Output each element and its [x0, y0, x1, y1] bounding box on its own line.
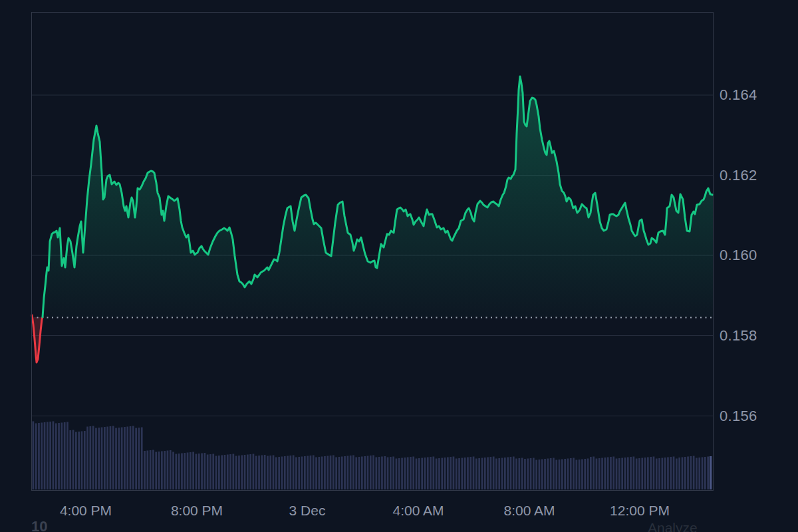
volume-bar	[204, 453, 206, 489]
volume-bar	[593, 457, 595, 490]
volume-bar	[78, 432, 80, 489]
volume-bar	[401, 458, 403, 490]
volume-bar	[241, 456, 243, 490]
volume-bar	[590, 457, 592, 489]
volume-bar	[255, 456, 257, 490]
volume-bar	[281, 457, 283, 490]
volume-bar	[392, 457, 394, 490]
volume-bar	[121, 428, 123, 490]
volume-bar	[358, 457, 360, 489]
volume-bar	[190, 452, 192, 489]
volume-bar	[513, 457, 515, 490]
volume-bar	[38, 423, 40, 489]
volume-bar	[638, 458, 640, 489]
volume-bar	[690, 456, 692, 489]
volume-bar	[416, 459, 418, 490]
volume-bar	[421, 458, 423, 490]
volume-bar	[550, 458, 552, 489]
volume-bar	[633, 457, 635, 490]
volume-bar	[641, 458, 643, 490]
volume-bar	[607, 458, 609, 490]
volume-bar	[579, 460, 581, 489]
volume-bar	[47, 422, 49, 490]
volume-bar	[462, 458, 464, 490]
volume-bar	[319, 457, 321, 489]
volume-bar	[658, 458, 660, 489]
volume-bar	[335, 458, 337, 490]
chart-canvas[interactable]	[0, 0, 798, 532]
volume-bar	[618, 458, 620, 489]
volume-bar	[704, 457, 706, 489]
volume-bar	[35, 424, 37, 490]
volume-bar	[676, 459, 678, 490]
volume-bar	[436, 459, 438, 490]
volume-bar	[662, 458, 664, 490]
volume-bar	[92, 426, 94, 490]
volume-bar	[630, 457, 632, 489]
volume-bar	[347, 456, 349, 490]
volume-bar	[298, 457, 300, 489]
volume-bar	[224, 455, 226, 489]
volume-bar	[570, 458, 572, 489]
volume-bar	[475, 459, 477, 490]
price-tick-label: 0.164	[720, 86, 757, 104]
volume-bar	[587, 459, 589, 490]
volume-bar	[664, 458, 666, 489]
volume-bar	[101, 428, 103, 490]
volume-bar	[456, 459, 458, 490]
volume-bar	[313, 456, 315, 490]
volume-bar	[112, 426, 114, 490]
volume-bar	[464, 458, 466, 489]
volume-bar	[636, 459, 638, 490]
volume-bar	[424, 458, 426, 489]
volume-bar	[293, 456, 295, 490]
volume-bar	[547, 459, 549, 490]
volume-bar	[412, 457, 414, 490]
volume-bar	[487, 458, 489, 490]
volume-bar	[233, 454, 235, 490]
volume-bar	[507, 458, 509, 490]
volume-bar	[150, 450, 152, 489]
volume-bar	[544, 459, 546, 489]
volume-bar	[176, 454, 178, 490]
volume-bar	[604, 458, 606, 489]
volume-bar	[384, 456, 386, 489]
volume-bar	[433, 457, 435, 490]
volume-bar	[124, 427, 126, 489]
volume-bar	[72, 430, 74, 490]
volume-bar	[372, 456, 374, 490]
volume-bar	[267, 456, 269, 490]
time-tick-label: 4:00 PM	[60, 503, 112, 519]
volume-bar	[324, 456, 326, 489]
volume-bar	[350, 456, 352, 489]
volume-bar	[418, 458, 420, 489]
volume-bar	[164, 451, 166, 489]
volume-bar	[218, 456, 220, 489]
volume-bar	[541, 460, 543, 490]
volume-bar	[310, 456, 312, 489]
volume-bar	[184, 453, 186, 489]
volume-bar	[519, 458, 521, 489]
volume-bar	[161, 452, 163, 490]
volume-bar	[707, 457, 709, 490]
volume-bar	[307, 456, 309, 490]
volume-bar	[135, 428, 137, 490]
volume-bar	[398, 458, 400, 489]
volume-bar	[693, 456, 695, 490]
volume-bar	[269, 456, 271, 489]
volume-bar	[304, 456, 306, 489]
volume-bar	[181, 454, 183, 490]
volume-bar	[158, 452, 160, 489]
volume-bar	[104, 427, 106, 489]
analyze-button-label[interactable]: Analyze	[648, 521, 698, 532]
cropped-footer-text: 10	[31, 519, 47, 532]
volume-bar	[501, 458, 503, 490]
time-tick-label: 8:00 AM	[503, 503, 555, 519]
volume-bar	[490, 457, 492, 489]
volume-bar	[275, 458, 277, 490]
price-tick-label: 0.156	[720, 408, 757, 425]
volume-bar	[295, 458, 297, 490]
volume-bar	[653, 457, 655, 490]
volume-bar	[469, 457, 471, 489]
volume-bar	[155, 452, 157, 490]
